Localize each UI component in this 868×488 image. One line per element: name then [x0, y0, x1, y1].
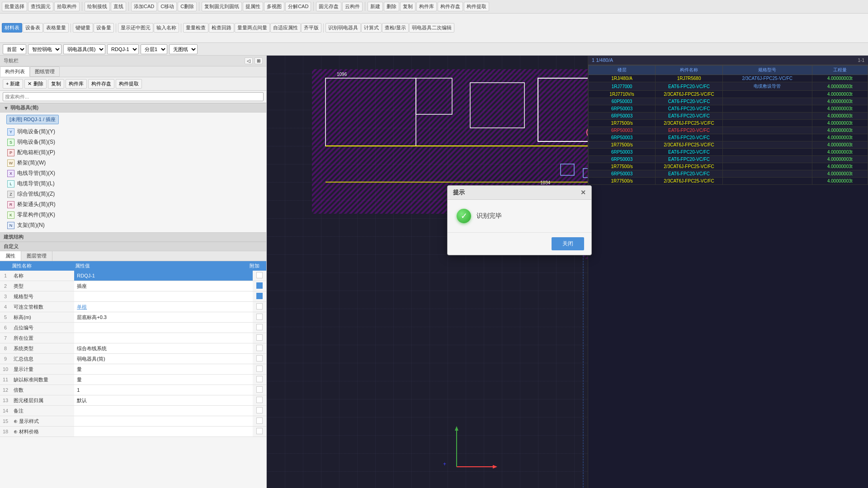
- key-measure-btn[interactable]: 键键量: [73, 23, 93, 33]
- prop-row-3[interactable]: 3规格型号: [0, 291, 266, 302]
- nav-item-bracket[interactable]: N 支架(简)(N): [0, 220, 266, 230]
- input-name-btn[interactable]: 输入名称: [154, 23, 179, 33]
- nav-item-misc[interactable]: K 零星构件(简)(K): [0, 210, 266, 220]
- checkbox-empty-icon[interactable]: [256, 345, 263, 351]
- adaptive-props-btn[interactable]: 自适应属性: [270, 23, 301, 33]
- c-move-btn[interactable]: C移动: [158, 2, 177, 11]
- check-display-btn[interactable]: 查检/显示: [382, 23, 409, 33]
- panel-expand-btn[interactable]: ◁: [245, 57, 253, 64]
- prop-value[interactable]: RDQJ-1: [74, 271, 253, 281]
- data-row[interactable]: 1R77500/s 2/3CAT6J-FPC25-VC/FC 4.0000000…: [589, 178, 868, 185]
- decompose-cad-btn[interactable]: 分解CAD: [285, 2, 311, 11]
- prop-row-6[interactable]: 6点位编号: [0, 323, 266, 333]
- data-row[interactable]: 6RP50003 EAT6-FPC20-VC/FC 4.00000003t: [589, 113, 868, 120]
- nav-item-weak-y[interactable]: Y 弱电设备(简)(Y): [0, 127, 266, 137]
- checkbox-empty-icon[interactable]: [256, 355, 263, 361]
- checkbox-empty-icon[interactable]: [256, 376, 263, 382]
- equipment-measure-btn[interactable]: 设备量: [94, 23, 114, 33]
- nav-item-cable-tray[interactable]: W 桥架(简)(W): [0, 158, 266, 168]
- prop-row-7[interactable]: 7所在位置: [0, 333, 266, 343]
- data-row[interactable]: 1R77500/s 2/3CAT6J-FPC25-VC/FC 4.0000000…: [589, 120, 868, 127]
- checkbox-empty-icon[interactable]: [256, 314, 263, 320]
- secondary-edit-btn[interactable]: 弱电器具二次编辑: [409, 23, 454, 33]
- data-row[interactable]: 1RJ7710V/s 2/3CAT6J-FPC25-VC/FC 4.000000…: [589, 91, 868, 98]
- new-btn[interactable]: 新建: [368, 2, 383, 11]
- equipment-table-btn[interactable]: 设备表: [23, 23, 43, 33]
- select-btn[interactable]: 批量选择: [2, 2, 27, 11]
- cloud-component-btn[interactable]: 云构件: [342, 2, 363, 11]
- data-row[interactable]: 6RP50003 EAT6-FPC20-VC/FC 4.00000003t: [589, 134, 868, 141]
- material-table-btn[interactable]: 材料表: [2, 23, 22, 33]
- tab-props[interactable]: 属性: [0, 251, 21, 261]
- data-row[interactable]: 6RP50003 CAT6-FPC20-VC/FC 4.00000003t: [589, 105, 868, 113]
- check-loop-btn[interactable]: 检查回路: [209, 23, 234, 33]
- checkbox-empty-icon[interactable]: [256, 303, 263, 310]
- new-component-btn[interactable]: + 新建: [3, 79, 23, 89]
- checkbox-empty-icon[interactable]: [256, 397, 263, 403]
- table-measure-btn[interactable]: 表格量量: [43, 23, 69, 33]
- prop-row-5[interactable]: 5标高(m)层底标高+0.3: [0, 312, 266, 323]
- data-row[interactable]: 6RP50003 EAT6-FPC20-VC/FC 4.00000003t: [589, 170, 868, 178]
- extract-props-btn[interactable]: 提属性: [243, 2, 263, 11]
- prop-row-14[interactable]: 14备注: [0, 406, 266, 416]
- custom-section[interactable]: 自定义: [0, 242, 266, 251]
- copy-to-drawing-btn[interactable]: 复制圆元到圆纸: [202, 2, 242, 11]
- prop-row-1[interactable]: 1名称RDQJ-1: [0, 271, 266, 281]
- data-row[interactable]: 6RP50003 EAT6-FPC20-VC/FC 4.00000003t: [589, 149, 868, 156]
- data-row[interactable]: 6RP50003 EAT6-FPC20-VC/FC 4.00000003t: [589, 156, 868, 163]
- checkbox-empty-icon[interactable]: [256, 324, 263, 330]
- building-section[interactable]: 建筑结构: [0, 232, 266, 242]
- tab-component-list[interactable]: 构件列表: [0, 66, 30, 77]
- line-btn[interactable]: 直线: [111, 2, 126, 11]
- save-component2-btn[interactable]: 构件存盘: [88, 79, 114, 89]
- component-id-select[interactable]: RDQJ-1: [107, 44, 139, 54]
- extract-component2-btn[interactable]: 构件提取: [116, 79, 142, 89]
- tab-drawing-mgmt[interactable]: 图纸管理: [30, 66, 60, 77]
- dialog-close-button[interactable]: 关闭: [552, 237, 584, 250]
- checkbox-checked-icon[interactable]: [256, 282, 263, 289]
- nav-item-combined-pipe[interactable]: Z 综合管线(简)(Z): [0, 189, 266, 199]
- component-type-select[interactable]: 弱电器具(筒): [63, 44, 105, 54]
- delete-btn[interactable]: 删除: [384, 2, 399, 11]
- component-lib-btn[interactable]: 构件库: [416, 2, 437, 11]
- checkbox-empty-icon[interactable]: [256, 407, 263, 413]
- show-center-btn[interactable]: 显示还中图元: [118, 23, 153, 33]
- formula-btn[interactable]: 计算式: [361, 23, 382, 33]
- checkbox-empty-icon[interactable]: [256, 334, 263, 341]
- data-row[interactable]: 1RJ/480/A 1RJ7R5680 2/3CAT6J-FPC25-VC/FC…: [589, 75, 868, 82]
- save-component-btn[interactable]: 构件存盘: [438, 2, 463, 11]
- find-circle-btn[interactable]: 查找圆元: [28, 2, 53, 11]
- checkbox-empty-icon[interactable]: [256, 366, 263, 372]
- prop-checkbox[interactable]: [253, 291, 266, 302]
- c-delete-btn[interactable]: C删除: [178, 2, 197, 11]
- tab-layer-mgmt[interactable]: 图层管理: [21, 251, 52, 261]
- measure-two-points-btn[interactable]: 量量两点间量: [235, 23, 270, 33]
- nav-item-cable-conduit[interactable]: L 电缆导管(简)(L): [0, 178, 266, 189]
- delete-component-btn[interactable]: ✕ 删除: [24, 79, 46, 89]
- nav-item-dist-box[interactable]: P 配电箱柜(筒)(P): [0, 147, 266, 158]
- prop-row-4[interactable]: 4可连立管根数单根: [0, 302, 266, 312]
- prop-row-2[interactable]: 2类型插座: [0, 281, 266, 291]
- extract-component-btn[interactable]: 构件提取: [464, 2, 489, 11]
- add-cad-btn[interactable]: 添加CAD: [131, 2, 157, 11]
- checkbox-empty-icon[interactable]: [256, 386, 263, 393]
- align-plate-btn[interactable]: 齐平版: [301, 23, 321, 33]
- checkbox-empty-icon[interactable]: [256, 272, 263, 278]
- component-lib2-btn[interactable]: 构件库: [66, 79, 87, 89]
- pick-btn[interactable]: 拾取构件: [54, 2, 80, 11]
- measure-check-btn[interactable]: 量量检查: [183, 23, 208, 33]
- data-row[interactable]: 6RP50003 EAT6-FPC20-VC/FC 4.00000003t: [589, 127, 868, 134]
- prop-checkbox[interactable]: [253, 281, 266, 291]
- copy-btn[interactable]: 复制: [400, 2, 415, 11]
- checkbox-empty-icon[interactable]: [256, 428, 263, 434]
- checkbox-empty-icon[interactable]: [256, 418, 263, 424]
- tree-root[interactable]: ▼ 弱电器具(筒): [0, 103, 266, 113]
- prop-row-12[interactable]: 12倍数1: [0, 385, 266, 395]
- nav-item-tray-conn[interactable]: R 桥架通头(简)(R): [0, 199, 266, 210]
- prop-row-13[interactable]: 13图元楼层归属默认: [0, 395, 266, 406]
- system-select[interactable]: 智控弱电: [28, 44, 61, 54]
- prop-value[interactable]: 单根: [74, 302, 253, 312]
- prop-row-10[interactable]: 10显示计量量: [0, 364, 266, 375]
- prop-row-18[interactable]: 18⊕ 材料价格: [0, 427, 266, 437]
- dialog-close-icon[interactable]: ✕: [580, 189, 586, 196]
